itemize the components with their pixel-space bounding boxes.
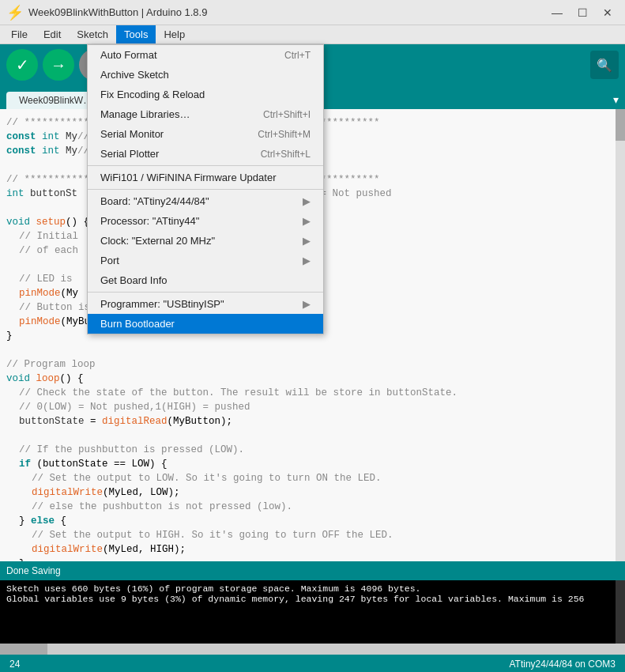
code-line: buttonState = digitalRead(MyButton);	[0, 414, 625, 428]
separator-1	[88, 165, 323, 166]
code-line: // 0(LOW) = Not pushed,1(HIGH) = pushed	[0, 400, 625, 414]
console-line-2: Global variables use 9 bytes (3%) of dyn…	[6, 594, 619, 604]
code-line: // else the pushbutton is not pressed (l…	[0, 500, 625, 514]
code-line: void loop() {	[0, 372, 625, 386]
code-line: if (buttonState == LOW) {	[0, 457, 625, 471]
code-line: } else {	[0, 514, 625, 528]
menu-manage-libraries[interactable]: Manage Libraries… Ctrl+Shift+I	[88, 104, 323, 124]
menu-programmer[interactable]: Programmer: "USBtinyISP" ▶	[88, 294, 323, 314]
menu-help[interactable]: Help	[156, 25, 193, 43]
upload-button[interactable]: →	[43, 49, 74, 81]
maximize-button[interactable]: ☐	[571, 3, 593, 22]
code-line	[0, 428, 625, 443]
menu-archive-sketch[interactable]: Archive Sketch	[88, 65, 323, 85]
menu-wifi-updater[interactable]: WiFi101 / WiFiNINA Firmware Updater	[88, 168, 323, 187]
menu-serial-monitor[interactable]: Serial Monitor Ctrl+Shift+M	[88, 124, 323, 144]
menu-burn-bootloader[interactable]: Burn Bootloader	[88, 314, 323, 334]
menu-board[interactable]: Board: "ATtiny24/44/84" ▶	[88, 191, 323, 211]
minimize-button[interactable]: —	[546, 3, 568, 22]
menu-processor[interactable]: Processor: "ATtiny44" ▶	[88, 211, 323, 231]
code-line: // Set the output to LOW. So it's going …	[0, 471, 625, 485]
tab-name: Week09BlinkW…	[19, 95, 92, 106]
code-line: // Program loop	[0, 357, 625, 372]
code-line	[0, 343, 625, 357]
close-button[interactable]: ✕	[597, 3, 619, 22]
menu-auto-format[interactable]: Auto Format Ctrl+T	[88, 45, 323, 65]
code-line: digitalWrite(MyLed, LOW);	[0, 485, 625, 500]
port-arrow-icon: ▶	[303, 255, 311, 266]
title-bar: ⚡ Week09BlinkWithButton | Arduino 1.8.9 …	[0, 0, 625, 25]
editor-scrollbar-thumb[interactable]	[616, 109, 625, 141]
tools-dropdown-menu[interactable]: Auto Format Ctrl+T Archive Sketch Fix En…	[87, 44, 324, 334]
menu-get-board-info[interactable]: Get Board Info	[88, 270, 323, 290]
menu-edit[interactable]: Edit	[36, 25, 69, 43]
menu-sketch[interactable]: Sketch	[69, 25, 116, 43]
menu-clock[interactable]: Clock: "External 20 MHz" ▶	[88, 231, 323, 251]
window-title: Week09BlinkWithButton | Arduino 1.8.9	[28, 6, 546, 18]
menu-port[interactable]: Port ▶	[88, 251, 323, 270]
separator-2	[88, 189, 323, 190]
bottom-status-bar: 24 ATtiny24/44/84 on COM3	[0, 655, 625, 672]
code-line: digitalWrite(MyLed, HIGH);	[0, 542, 625, 557]
console-area: Sketch uses 660 bytes (16%) of program s…	[0, 580, 625, 644]
console-scrollbar[interactable]	[616, 580, 625, 644]
done-saving-label: Done Saving	[6, 565, 61, 576]
menu-fix-encoding[interactable]: Fix Encoding & Reload	[88, 85, 323, 104]
programmer-arrow-icon: ▶	[303, 298, 311, 310]
search-button[interactable]: 🔍	[590, 51, 619, 79]
menu-file[interactable]: File	[3, 25, 36, 43]
board-info: ATtiny24/44/84 on COM3	[509, 659, 616, 670]
console-status-bar: Done Saving	[0, 561, 625, 580]
code-line: // If the pushbutton is pressed (LOW).	[0, 443, 625, 457]
menu-serial-plotter[interactable]: Serial Plotter Ctrl+Shift+L	[88, 144, 323, 164]
board-arrow-icon: ▶	[303, 195, 311, 207]
menu-tools[interactable]: Tools	[116, 25, 156, 43]
menu-bar: File Edit Sketch Tools Help	[0, 25, 625, 44]
verify-button[interactable]: ✓	[6, 49, 38, 81]
editor-scrollbar[interactable]	[616, 109, 625, 561]
line-number: 24	[9, 659, 20, 670]
horizontal-scrollbar[interactable]	[0, 644, 625, 655]
app-icon: ⚡	[6, 4, 24, 21]
separator-3	[88, 292, 323, 293]
clock-arrow-icon: ▶	[303, 235, 311, 247]
window-controls: — ☐ ✕	[546, 3, 619, 22]
tab-dropdown-arrow[interactable]: ▾	[610, 90, 622, 109]
code-line: // Check the state of the button. The re…	[0, 386, 625, 400]
code-line: // Set the output to HIGH. So it's going…	[0, 528, 625, 542]
console-line-1: Sketch uses 660 bytes (16%) of program s…	[6, 583, 619, 594]
h-scrollbar-thumb[interactable]	[0, 644, 47, 655]
processor-arrow-icon: ▶	[303, 215, 311, 227]
code-line: }	[0, 557, 625, 561]
